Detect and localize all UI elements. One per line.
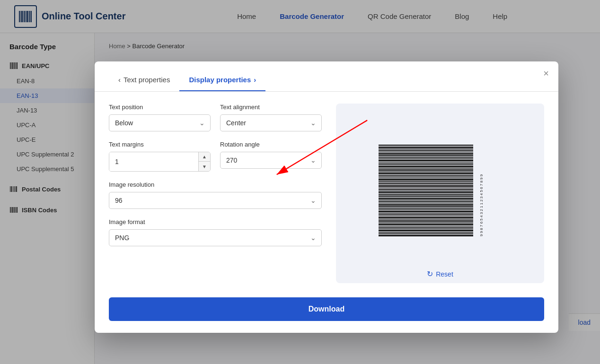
modal-close-button[interactable]: × bbox=[543, 69, 549, 78]
svg-rect-30 bbox=[379, 235, 473, 236]
svg-rect-58 bbox=[379, 200, 473, 200]
svg-rect-73 bbox=[379, 181, 473, 182]
text-margins-spinners: ▲ ▼ bbox=[198, 152, 210, 171]
svg-text:9 9 8 7 6 5 4 3 2 1 1 2 3 4 5 : 9 9 8 7 6 5 4 3 2 1 1 2 3 4 5 6 7 8 9 9 bbox=[479, 174, 484, 236]
svg-rect-39 bbox=[379, 224, 473, 225]
modal-body: Text position Below Above Hidden Text al… bbox=[95, 92, 558, 295]
svg-rect-89 bbox=[379, 160, 473, 161]
svg-rect-31 bbox=[379, 234, 473, 234]
image-resolution-select-wrapper: 72 96 150 300 bbox=[109, 192, 322, 209]
svg-rect-74 bbox=[379, 179, 473, 180]
svg-rect-87 bbox=[379, 163, 473, 163]
svg-rect-96 bbox=[379, 151, 473, 152]
rotation-angle-label: Rotation angle bbox=[220, 141, 322, 148]
svg-rect-67 bbox=[379, 188, 473, 189]
svg-rect-76 bbox=[379, 177, 473, 177]
form-row-4: Image format PNG JPEG SVG EPS bbox=[109, 218, 322, 246]
svg-rect-46 bbox=[379, 215, 473, 216]
svg-rect-59 bbox=[379, 198, 473, 199]
text-position-label: Text position bbox=[109, 104, 211, 111]
svg-rect-94 bbox=[379, 153, 473, 155]
svg-rect-51 bbox=[379, 208, 473, 209]
text-position-select[interactable]: Below Above Hidden bbox=[109, 114, 211, 131]
svg-rect-38 bbox=[379, 225, 473, 226]
tab-display-properties[interactable]: Display properties › bbox=[179, 71, 265, 91]
svg-rect-62 bbox=[379, 194, 473, 195]
svg-rect-50 bbox=[379, 210, 473, 210]
form-area: Text position Below Above Hidden Text al… bbox=[109, 104, 322, 283]
svg-rect-75 bbox=[379, 178, 473, 178]
svg-rect-97 bbox=[379, 150, 473, 151]
svg-rect-100 bbox=[379, 146, 473, 147]
svg-rect-61 bbox=[379, 196, 473, 197]
svg-rect-92 bbox=[379, 156, 473, 157]
svg-rect-42 bbox=[379, 220, 473, 221]
text-margins-input[interactable] bbox=[109, 152, 198, 171]
svg-rect-63 bbox=[379, 193, 473, 194]
svg-rect-40 bbox=[379, 223, 473, 223]
modal-tabs: ‹ Text properties Display properties › bbox=[109, 71, 265, 91]
tab-text-properties-label: Text properties bbox=[124, 76, 170, 84]
rotation-angle-group: Rotation angle 0 90 180 270 bbox=[220, 141, 322, 172]
svg-rect-78 bbox=[379, 174, 473, 175]
tab-text-properties[interactable]: ‹ Text properties bbox=[109, 71, 179, 91]
modal-dialog: ‹ Text properties Display properties › ×… bbox=[95, 61, 558, 333]
form-row-2: Text margins ▲ ▼ Rotation angle bbox=[109, 141, 322, 172]
text-position-group: Text position Below Above Hidden bbox=[109, 104, 211, 131]
text-alignment-group: Text alignment Center Left Right bbox=[220, 104, 322, 131]
image-resolution-select[interactable]: 72 96 150 300 bbox=[109, 192, 322, 209]
modal-header: ‹ Text properties Display properties › × bbox=[95, 61, 558, 92]
reset-icon: ↻ bbox=[427, 269, 433, 278]
svg-rect-60 bbox=[379, 197, 473, 198]
image-format-select[interactable]: PNG JPEG SVG EPS bbox=[109, 229, 322, 246]
svg-rect-34 bbox=[379, 230, 473, 231]
svg-rect-88 bbox=[379, 162, 473, 162]
rotation-angle-select[interactable]: 0 90 180 270 bbox=[220, 152, 322, 169]
svg-rect-45 bbox=[379, 216, 473, 217]
svg-rect-36 bbox=[379, 227, 473, 228]
text-margins-label: Text margins bbox=[109, 141, 211, 148]
svg-rect-86 bbox=[379, 164, 473, 165]
image-resolution-group: Image resolution 72 96 150 300 bbox=[109, 181, 322, 209]
text-margins-decrement[interactable]: ▼ bbox=[199, 162, 210, 171]
svg-rect-65 bbox=[379, 191, 473, 191]
svg-rect-70 bbox=[379, 184, 473, 185]
form-row-3: Image resolution 72 96 150 300 bbox=[109, 181, 322, 209]
svg-rect-52 bbox=[379, 208, 473, 208]
svg-rect-44 bbox=[379, 217, 473, 218]
svg-rect-82 bbox=[379, 169, 473, 170]
reset-label: Reset bbox=[436, 270, 453, 278]
text-alignment-label: Text alignment bbox=[220, 104, 322, 111]
text-margins-increment[interactable]: ▲ bbox=[199, 152, 210, 162]
svg-rect-68 bbox=[379, 187, 473, 188]
svg-rect-84 bbox=[379, 166, 473, 167]
svg-rect-77 bbox=[379, 175, 473, 176]
svg-rect-48 bbox=[379, 213, 473, 213]
svg-rect-41 bbox=[379, 221, 473, 222]
svg-rect-56 bbox=[379, 202, 473, 203]
svg-rect-81 bbox=[379, 170, 473, 171]
svg-rect-69 bbox=[379, 185, 473, 187]
text-position-select-wrapper: Below Above Hidden bbox=[109, 114, 211, 131]
svg-rect-95 bbox=[379, 152, 473, 153]
background-page: Online Tool Center Home Barcode Generato… bbox=[0, 0, 600, 364]
svg-rect-49 bbox=[379, 211, 473, 212]
svg-rect-55 bbox=[379, 203, 473, 204]
image-format-label: Image format bbox=[109, 218, 322, 225]
download-button[interactable]: Download bbox=[109, 297, 544, 321]
svg-rect-35 bbox=[379, 229, 473, 229]
chevron-left-icon: ‹ bbox=[118, 76, 121, 84]
barcode-preview: 9 9 8 7 6 5 4 3 2 1 1 2 3 4 5 6 7 8 9 9 bbox=[336, 104, 544, 265]
text-alignment-select[interactable]: Center Left Right bbox=[220, 114, 322, 131]
svg-rect-37 bbox=[379, 226, 473, 227]
svg-rect-83 bbox=[379, 168, 473, 168]
svg-rect-99 bbox=[379, 147, 473, 148]
svg-rect-71 bbox=[379, 183, 473, 184]
svg-rect-90 bbox=[379, 159, 473, 159]
svg-rect-33 bbox=[379, 232, 473, 232]
barcode-svg: 9 9 8 7 6 5 4 3 2 1 1 2 3 4 5 6 7 8 9 9 bbox=[369, 118, 511, 251]
tab-display-properties-label: Display properties bbox=[189, 76, 251, 84]
svg-rect-53 bbox=[379, 206, 473, 207]
text-margins-input-wrapper: ▲ ▼ bbox=[109, 152, 211, 172]
reset-button[interactable]: ↻ Reset bbox=[417, 265, 463, 283]
